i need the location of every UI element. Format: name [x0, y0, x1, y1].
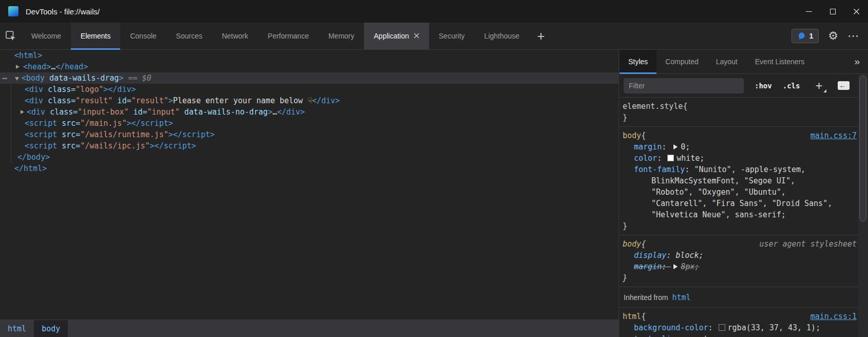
- attribute-name: src=: [57, 130, 80, 139]
- more-options-icon[interactable]: ⋯: [847, 30, 859, 42]
- property-colon: :: [657, 154, 666, 163]
- attribute-value: "/wails/ipc.js": [80, 141, 149, 151]
- collapse-arrow-icon[interactable]: [16, 65, 20, 69]
- styles-tabs-overflow-icon[interactable]: »: [854, 50, 868, 73]
- tag: </div>: [312, 96, 340, 105]
- maximize-button[interactable]: [821, 0, 844, 23]
- tab-label: Network: [222, 32, 248, 40]
- breadcrumb-html[interactable]: html: [0, 320, 34, 337]
- property-colon: :: [666, 251, 676, 260]
- color-swatch[interactable]: [667, 155, 674, 161]
- tab-lighthouse[interactable]: Lighthouse: [474, 23, 529, 49]
- attribute-value: "/main.js": [80, 119, 126, 128]
- tab-security[interactable]: Security: [429, 23, 475, 49]
- styles-tab-computed[interactable]: Computed: [657, 50, 707, 73]
- close-button[interactable]: [844, 0, 868, 23]
- tab-label: Lighthouse: [484, 32, 519, 40]
- attribute-name: id=: [129, 107, 147, 117]
- styles-tab-event-listeners[interactable]: Event Listeners: [746, 50, 814, 73]
- css-property[interactable]: display: block;: [620, 250, 868, 261]
- collapse-arrow-icon[interactable]: [21, 110, 24, 114]
- dom-tree-row[interactable]: <div class="logo"></div>: [0, 84, 619, 95]
- dom-tree-row[interactable]: ⋯<body data-wails-drag> == $0: [0, 72, 619, 84]
- stylesheet-source-link[interactable]: main.css:7: [811, 130, 857, 141]
- dom-tree-row[interactable]: <script src="/main.js"></script>: [0, 118, 619, 129]
- css-property[interactable]: margin: 8px;: [620, 261, 868, 272]
- pseudo-state-toggle[interactable]: :hov: [755, 82, 772, 90]
- tab-performance[interactable]: Performance: [258, 23, 319, 49]
- dom-tree-row[interactable]: </html>: [0, 163, 619, 174]
- inspect-element-button[interactable]: [0, 23, 22, 49]
- tab-label: Console: [130, 32, 156, 40]
- color-swatch[interactable]: [719, 324, 725, 331]
- attribute-value: "input-box": [78, 107, 128, 117]
- styles-scrollbar-thumb[interactable]: [859, 76, 866, 221]
- css-property[interactable]: color: white;: [620, 153, 868, 164]
- tag: >: [119, 73, 124, 83]
- devtools-logo-icon: [8, 6, 18, 16]
- dom-tree-row[interactable]: <html>: [0, 50, 619, 61]
- toolbar-right: 1 ⚙ ⋯: [792, 23, 868, 49]
- property-name: color: [634, 154, 657, 163]
- tab-welcome[interactable]: Welcome: [22, 23, 71, 49]
- attribute-value: "result": [131, 96, 168, 105]
- expand-arrow-icon[interactable]: [15, 77, 19, 81]
- tag: <script: [25, 141, 57, 151]
- tab-application[interactable]: Application: [364, 23, 429, 49]
- css-property[interactable]: text-align: center;: [620, 333, 868, 337]
- tag: <head>: [23, 62, 51, 71]
- inherited-from-link[interactable]: html: [672, 293, 690, 302]
- tag: ></div>: [104, 85, 136, 94]
- styles-rules-list: element.style {}body {main.css:7margin: …: [620, 98, 868, 337]
- styles-tab-styles[interactable]: Styles: [620, 50, 657, 73]
- styles-filter-input[interactable]: [624, 78, 744, 93]
- dom-tree-row[interactable]: <div class="result" id="result">Please e…: [0, 95, 619, 106]
- minimize-button[interactable]: [797, 0, 821, 23]
- tab-elements[interactable]: Elements: [71, 23, 120, 49]
- dom-tree-row[interactable]: </body>: [0, 152, 619, 163]
- settings-gear-icon[interactable]: ⚙: [828, 30, 838, 42]
- element-class-toggle[interactable]: .cls: [783, 82, 800, 90]
- property-colon: :: [685, 165, 694, 174]
- issues-count: 1: [809, 32, 813, 40]
- stylesheet-source-link[interactable]: main.css:1: [811, 311, 857, 322]
- tab-close-icon[interactable]: [414, 32, 419, 40]
- tag: </div>: [277, 107, 305, 117]
- node-overflow-dots[interactable]: ⋯: [2, 72, 7, 84]
- tab-memory[interactable]: Memory: [319, 23, 364, 49]
- shorthand-expand-icon[interactable]: [673, 144, 678, 149]
- rule-selector-line[interactable]: body {user agent stylesheet: [620, 238, 868, 250]
- tab-network[interactable]: Network: [212, 23, 258, 49]
- dom-tree-row[interactable]: <div class="input-box" id="input" data-w…: [0, 106, 619, 118]
- css-property[interactable]: background-color: rgba(33, 37, 43, 1);: [620, 322, 868, 333]
- tag: </head>: [55, 62, 88, 71]
- rule-selector-line[interactable]: body {main.css:7: [620, 130, 868, 141]
- property-value: block;: [676, 251, 703, 260]
- property-value: rgba(33, 37, 43, 1);: [728, 323, 821, 332]
- more-tabs-button[interactable]: +: [529, 23, 553, 49]
- rule-selector: html: [623, 311, 641, 322]
- styles-tab-layout[interactable]: Layout: [707, 50, 746, 73]
- dom-tree-row[interactable]: <script src="/wails/ipc.js"></script>: [0, 140, 619, 152]
- css-property[interactable]: margin: 0;: [620, 141, 868, 153]
- styles-scrollbar[interactable]: [858, 74, 868, 337]
- property-value: center;: [689, 334, 722, 337]
- property-value: 0;: [681, 142, 690, 152]
- shorthand-expand-icon[interactable]: [673, 264, 678, 269]
- tab-console[interactable]: Console: [120, 23, 166, 49]
- attribute-name: class=: [43, 85, 75, 94]
- property-value-wrap: BlinkMacSystemFont, "Segoe UI",: [620, 175, 868, 186]
- tag: <script: [25, 130, 57, 139]
- property-name: display: [634, 251, 666, 260]
- breadcrumb-body[interactable]: body: [34, 320, 68, 337]
- rule-selector-line[interactable]: element.style {: [620, 101, 868, 112]
- issues-counter-button[interactable]: 1: [792, 29, 819, 43]
- rule-selector-line[interactable]: html {main.css:1: [620, 311, 868, 322]
- new-style-rule-button[interactable]: +: [813, 79, 824, 93]
- dom-tree-row[interactable]: <head>…</head>: [0, 61, 619, 72]
- sidebar-pane-toggle-button[interactable]: ←: [838, 81, 850, 90]
- dom-tree-row[interactable]: <script src="/wails/runtime.js"></script…: [0, 129, 619, 140]
- css-property[interactable]: font-family: "Nunito", -apple-system,: [620, 164, 868, 175]
- tab-sources[interactable]: Sources: [166, 23, 212, 49]
- tag: <div: [27, 107, 45, 117]
